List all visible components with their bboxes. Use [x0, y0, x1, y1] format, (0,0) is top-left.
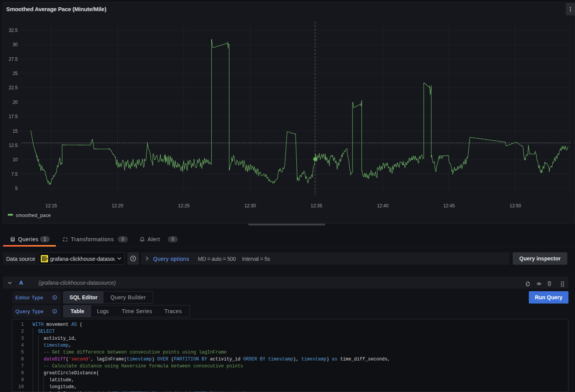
svg-text:10: 10	[13, 157, 18, 162]
svg-text:12:50: 12:50	[510, 203, 521, 209]
svg-text:5: 5	[15, 186, 18, 191]
svg-text:20: 20	[13, 100, 18, 105]
svg-text:25: 25	[13, 71, 18, 76]
svg-text:17.5: 17.5	[9, 114, 18, 119]
svg-text:12:45: 12:45	[443, 203, 455, 209]
svg-text:27.5: 27.5	[9, 57, 18, 62]
svg-text:7.5: 7.5	[11, 172, 18, 177]
svg-text:12:35: 12:35	[311, 203, 322, 209]
svg-text:12:30: 12:30	[244, 203, 256, 209]
svg-text:15: 15	[13, 128, 18, 134]
svg-text:32.5: 32.5	[9, 28, 18, 33]
svg-text:12:15: 12:15	[45, 203, 57, 209]
svg-text:12:20: 12:20	[112, 203, 123, 209]
svg-text:22.5: 22.5	[9, 85, 18, 90]
svg-text:12:25: 12:25	[178, 203, 190, 209]
svg-text:12.5: 12.5	[9, 143, 18, 148]
svg-text:12:40: 12:40	[377, 203, 388, 209]
svg-text:30: 30	[13, 42, 18, 47]
svg-text:smoothed_pace: smoothed_pace	[16, 213, 51, 218]
svg-text:?: ?	[132, 256, 134, 260]
